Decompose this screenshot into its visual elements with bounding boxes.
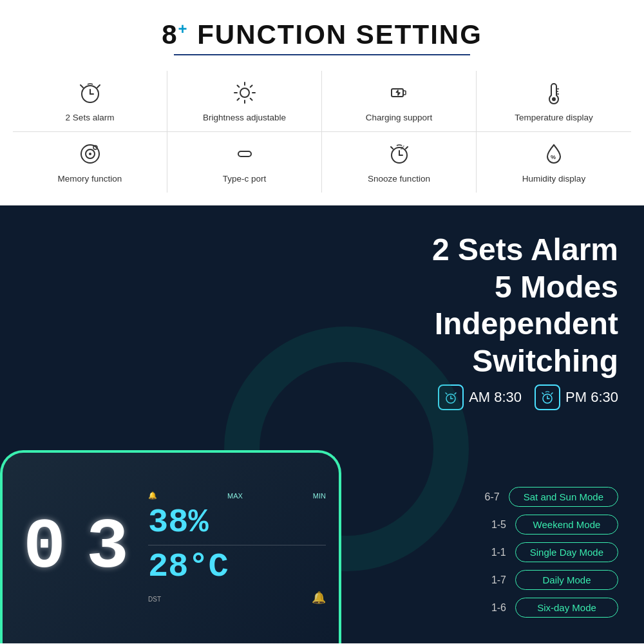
humidity-icon: %: [542, 142, 565, 169]
digit-display: 0 3: [15, 509, 137, 587]
alarm1-time: AM 8:30: [469, 389, 522, 406]
feature-memory: Memory function: [13, 132, 167, 193]
alarm2-time: PM 6:30: [565, 389, 618, 406]
alarm-bell-top: 🔔: [148, 491, 157, 500]
feature-alarm: 2 Sets alarm: [13, 71, 167, 132]
mode-range-3: 1-7: [488, 574, 506, 586]
alarm2-icon-box: [535, 384, 560, 410]
features-grid: 2 Sets alarm Brightness adjustable: [13, 71, 631, 193]
feature-charging-label: Charging support: [366, 113, 433, 122]
digit-0: 0: [15, 509, 73, 587]
feature-charging: Charging support: [322, 71, 477, 132]
feature-temperature-label: Temperature display: [515, 113, 593, 122]
snooze-icon: z z: [388, 142, 411, 169]
mode-range-2: 1-1: [488, 547, 506, 558]
svg-point-17: [552, 97, 556, 101]
device-right-panel: 🔔 MAX MIN 38% 28°C DST 🔔: [148, 491, 326, 605]
title-underline: [174, 54, 470, 55]
mode-badge-0: Sat and Sun Mode: [509, 487, 618, 507]
dst-label: DST: [148, 596, 161, 603]
temp-value: 28°C: [148, 551, 326, 584]
svg-text:z: z: [402, 144, 404, 148]
device-area: 0 3 🔔 MAX MIN 38% 28°C DST: [0, 205, 335, 643]
svg-line-11: [237, 99, 239, 100]
mode-row-4: 1-6 Six-day Mode: [348, 598, 618, 618]
feature-alarm-label: 2 Sets alarm: [66, 113, 115, 122]
humidity-value: 38%: [148, 506, 326, 540]
top-section: 8+ FUNCTION SETTING 2 Sets alarm: [0, 0, 644, 205]
title-number: 8: [162, 19, 178, 50]
alarm-icon: [79, 81, 102, 108]
title-text: FUNCTION SETTING: [197, 19, 482, 50]
feature-brightness: Brightness adjustable: [167, 71, 322, 132]
svg-line-9: [250, 99, 252, 100]
svg-point-19: [89, 153, 91, 155]
svg-point-3: [240, 88, 249, 97]
alarm-bell-bottom: 🔔: [312, 591, 326, 605]
mode-range-0: 6-7: [482, 491, 500, 503]
mode-range-1: 1-5: [488, 519, 506, 531]
svg-line-10: [250, 86, 252, 88]
charging-icon: [388, 81, 411, 108]
mode-badge-2: Single Day Mode: [515, 542, 618, 562]
device-top-row: 🔔 MAX MIN: [148, 491, 326, 500]
device-mockup: 0 3 🔔 MAX MIN 38% 28°C DST: [0, 450, 341, 643]
page-title: 8+ FUNCTION SETTING: [13, 19, 631, 50]
svg-rect-21: [238, 151, 251, 156]
memory-icon: [79, 142, 102, 169]
min-label: MIN: [313, 492, 326, 500]
brightness-icon: [233, 81, 256, 108]
feature-typec-label: Type-c port: [223, 174, 267, 184]
feature-humidity: % Humidity display: [477, 132, 631, 193]
mode-badge-1: Weekend Mode: [515, 515, 618, 535]
device-divider: [148, 545, 326, 545]
mode-row-3: 1-7 Daily Mode: [348, 570, 618, 590]
svg-rect-13: [403, 91, 406, 95]
feature-typec: Type-c port: [167, 132, 322, 193]
alarm-time-2: PM 6:30: [535, 384, 618, 410]
svg-line-8: [237, 86, 239, 88]
svg-text:%: %: [551, 154, 556, 160]
typec-icon: [233, 142, 256, 169]
max-label: MAX: [227, 492, 243, 500]
mode-badge-4: Six-day Mode: [515, 598, 618, 618]
feature-humidity-label: Humidity display: [522, 174, 585, 184]
temperature-icon: [542, 81, 565, 108]
feature-snooze: z z Snooze function: [322, 132, 477, 193]
feature-temperature: Temperature display: [477, 71, 631, 132]
headline-line1: 2 Sets Alarm: [348, 231, 618, 269]
mode-badge-3: Daily Mode: [515, 570, 618, 590]
feature-snooze-label: Snooze function: [368, 174, 430, 184]
digit-3: 3: [79, 509, 137, 587]
feature-brightness-label: Brightness adjustable: [203, 113, 286, 122]
mode-range-4: 1-6: [488, 602, 506, 614]
feature-memory-label: Memory function: [58, 174, 122, 184]
bottom-section: 0 3 🔔 MAX MIN 38% 28°C DST: [0, 205, 644, 643]
